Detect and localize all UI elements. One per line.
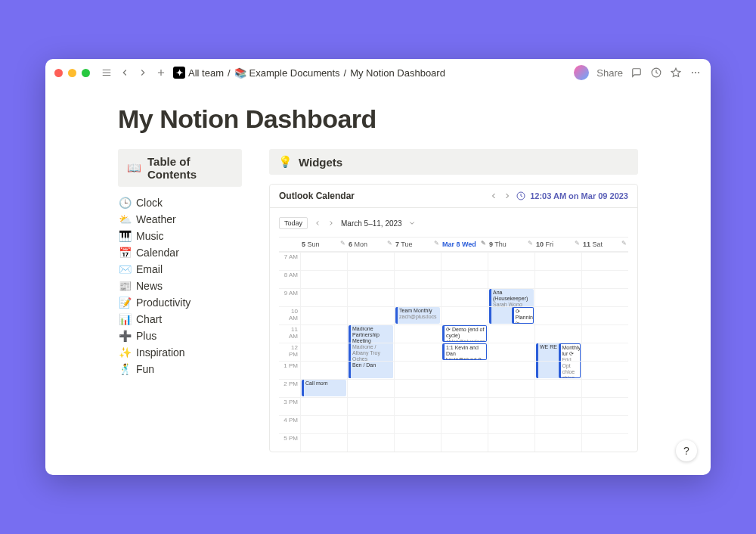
calendar-cell[interactable]	[488, 379, 534, 397]
calendar-cell[interactable]	[534, 361, 581, 379]
calendar-cell[interactable]	[394, 433, 441, 452]
today-button[interactable]: Today	[279, 217, 308, 229]
widgets-heading[interactable]: 💡 Widgets	[269, 149, 638, 175]
calendar-cell[interactable]	[441, 270, 488, 288]
toc-heading[interactable]: 📖 Table of Contents	[118, 149, 242, 187]
calendar-cell[interactable]	[534, 397, 581, 415]
toc-item[interactable]: 📝Productivity	[118, 294, 242, 311]
avatar[interactable]	[574, 65, 589, 80]
calendar-cell[interactable]	[394, 270, 441, 288]
calendar-cell[interactable]	[300, 324, 347, 343]
toc-item[interactable]: 📰News	[118, 278, 242, 294]
calendar-cell[interactable]	[394, 397, 441, 415]
calendar-cell[interactable]	[347, 288, 394, 306]
calendar-cell[interactable]	[581, 433, 628, 452]
favorite-icon[interactable]	[670, 67, 682, 79]
calendar-cell[interactable]: Madrone Partnership MeetingMadrone / Alb…	[347, 324, 394, 343]
updates-icon[interactable]	[650, 67, 662, 79]
calendar-cell[interactable]	[441, 433, 488, 452]
calendar-cell[interactable]	[394, 252, 441, 270]
calendar-cell[interactable]	[534, 433, 581, 452]
calendar-cell[interactable]	[394, 415, 441, 433]
calendar-event[interactable]: ⟳ Demo (end of cycle)chloe@plusdocs.com	[442, 325, 487, 342]
calendar-cell[interactable]	[534, 270, 581, 288]
back-icon[interactable]	[119, 67, 131, 79]
calendar-cell[interactable]	[347, 415, 394, 433]
calendar-cell[interactable]	[534, 306, 581, 324]
calendar-cell[interactable]	[300, 361, 347, 379]
menu-icon[interactable]	[101, 67, 113, 79]
cal-prev-icon[interactable]	[314, 219, 321, 227]
calendar-cell[interactable]	[300, 252, 347, 270]
calendar-cell[interactable]	[347, 343, 394, 361]
page-title[interactable]: My Notion Dashboard	[118, 104, 638, 134]
calendar-cell[interactable]: Call mom	[300, 379, 347, 397]
calendar-cell[interactable]	[300, 288, 347, 306]
calendar-cell[interactable]: Ana (Housekeeper)Sarah Wong	[488, 288, 534, 306]
toc-item[interactable]: 🕒Clock	[118, 194, 242, 211]
chevron-down-icon[interactable]	[408, 219, 416, 227]
cal-next-icon[interactable]	[327, 219, 335, 227]
calendar-event[interactable]: Ben / Dan	[349, 362, 393, 378]
calendar-cell[interactable]	[581, 270, 628, 288]
minimize-window-button[interactable]	[68, 69, 76, 77]
calendar-cell[interactable]: 1:1 Kevin and Dan kevin@plusd ⟳	[441, 343, 488, 361]
calendar-event[interactable]: Team Monthlyzach@plusdocs	[395, 307, 440, 324]
day-header[interactable]: 10 Fri✎	[534, 238, 581, 252]
zoom-window-button[interactable]	[82, 69, 90, 77]
toc-item[interactable]: ✨Inspiration	[118, 344, 242, 361]
calendar-event[interactable]: 1:1 Kevin and Dan kevin@plusd ⟳	[442, 343, 487, 360]
calendar-cell[interactable]	[581, 379, 628, 397]
day-header[interactable]: 5 Sun✎	[300, 238, 347, 252]
day-header[interactable]: 6 Mon✎	[347, 238, 394, 252]
calendar-cell[interactable]	[534, 379, 581, 397]
calendar-cell[interactable]	[300, 397, 347, 415]
calendar-cell[interactable]	[394, 343, 441, 361]
calendar-cell[interactable]	[347, 397, 394, 415]
toc-item[interactable]: ➕Plus	[118, 328, 242, 344]
calendar-cell[interactable]	[394, 379, 441, 397]
calendar-cell[interactable]	[347, 270, 394, 288]
day-header[interactable]: 11 Sat✎	[581, 238, 628, 252]
calendar-cell[interactable]	[441, 379, 488, 397]
calendar-cell[interactable]	[488, 433, 534, 452]
calendar-cell[interactable]	[441, 288, 488, 306]
calendar-cell[interactable]	[300, 433, 347, 452]
toc-item[interactable]: ✉️Email	[118, 261, 242, 278]
calendar-cell[interactable]	[534, 415, 581, 433]
breadcrumb-folder[interactable]: 📚 Example Documents	[234, 67, 340, 79]
calendar-cell[interactable]	[581, 343, 628, 361]
calendar-cell[interactable]	[300, 343, 347, 361]
calendar-cell[interactable]	[488, 397, 534, 415]
toc-item[interactable]: 📅Calendar	[118, 244, 242, 261]
forward-icon[interactable]	[137, 67, 149, 79]
calendar-cell[interactable]	[581, 361, 628, 379]
next-icon[interactable]	[503, 191, 512, 200]
calendar-cell[interactable]	[347, 252, 394, 270]
comments-icon[interactable]	[631, 67, 643, 79]
calendar-cell[interactable]	[441, 252, 488, 270]
breadcrumb-page[interactable]: My Notion Dashboard	[350, 67, 445, 79]
calendar-cell[interactable]	[300, 270, 347, 288]
calendar-cell[interactable]	[347, 379, 394, 397]
calendar-cell[interactable]: WE RE StorMonthly lur ⟳Frid Opt chloe ch…	[534, 343, 581, 361]
calendar-cell[interactable]: ⟳ Planning (schloe@plusdoc	[488, 306, 534, 324]
calendar-cell[interactable]	[347, 306, 394, 324]
day-header[interactable]: 7 Tue✎	[394, 238, 441, 252]
calendar-cell[interactable]	[394, 324, 441, 343]
calendar-cell[interactable]	[488, 415, 534, 433]
calendar-cell[interactable]	[581, 397, 628, 415]
calendar-cell[interactable]	[534, 252, 581, 270]
help-button[interactable]: ?	[676, 440, 697, 461]
calendar-cell[interactable]	[488, 361, 534, 379]
calendar-cell[interactable]	[300, 306, 347, 324]
calendar-cell[interactable]	[488, 343, 534, 361]
calendar-cell[interactable]	[441, 397, 488, 415]
toc-item[interactable]: 🎹Music	[118, 228, 242, 244]
calendar-cell[interactable]	[300, 415, 347, 433]
calendar-cell[interactable]	[488, 324, 534, 343]
day-header[interactable]: 9 Thu✎	[488, 238, 534, 252]
toc-item[interactable]: 🕺Fun	[118, 361, 242, 377]
close-window-button[interactable]	[54, 69, 63, 77]
calendar-cell[interactable]	[347, 433, 394, 452]
